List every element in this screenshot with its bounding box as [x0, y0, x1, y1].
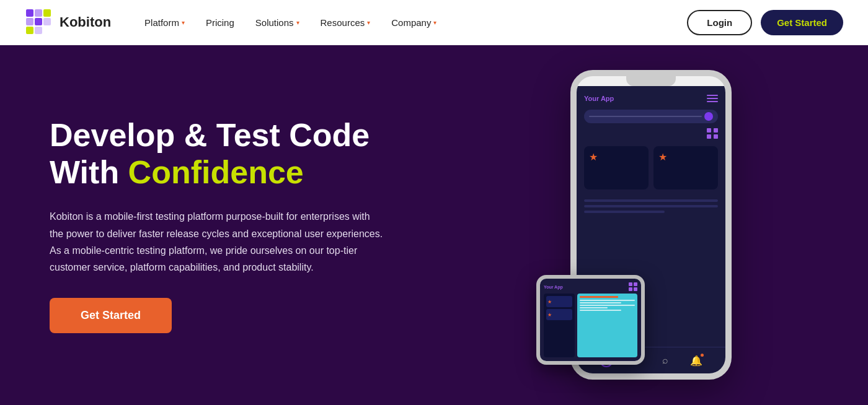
svg-rect-1	[35, 9, 42, 17]
search-line	[589, 116, 702, 117]
phone-small-screen: Your App ★ ★	[540, 279, 641, 361]
phone-small: Your App ★ ★	[536, 275, 645, 365]
phone-card-1: ★	[584, 146, 649, 189]
ps-mini-card-1: ★	[546, 296, 572, 307]
nav-company[interactable]: Company ▾	[383, 12, 445, 33]
hero-content: Develop & Test Code With Confidence Kobi…	[50, 117, 409, 333]
nav-pricing[interactable]: Pricing	[197, 12, 243, 33]
ps-white-line-5	[580, 310, 621, 311]
phone-nav-search-icon: ⌕	[662, 355, 668, 366]
menu-line-1	[707, 95, 718, 96]
ps-app-title: Your App	[544, 285, 563, 289]
star-icon-1: ★	[589, 151, 598, 163]
grid-cell-4	[714, 134, 718, 139]
phone-line-b-2	[584, 205, 718, 207]
hero-title: Develop & Test Code With Confidence	[50, 117, 409, 191]
ps-white-line-1	[580, 300, 635, 301]
phone-lines-bottom	[584, 199, 718, 213]
hero-title-line1: Develop & Test Code	[50, 117, 370, 153]
svg-rect-4	[43, 9, 51, 17]
ps-grid-3	[629, 287, 632, 291]
logo-icon	[25, 8, 53, 37]
phone-search-bar	[584, 110, 718, 123]
grid-cell-1	[707, 128, 711, 133]
ps-white-lines	[580, 300, 635, 311]
nav-platform[interactable]: Platform ▾	[136, 12, 193, 33]
navbar: Kobiton Platform ▾ Pricing Solutions ▾ R…	[0, 0, 868, 45]
ps-header: Your App	[544, 282, 637, 291]
phone-notch	[626, 75, 676, 86]
get-started-hero-button[interactable]: Get Started	[50, 298, 172, 333]
logo[interactable]: Kobiton	[25, 8, 111, 37]
grid-cell-2	[714, 128, 718, 133]
phone-row-icons	[584, 128, 718, 139]
phone-card-2: ★	[653, 146, 718, 189]
phone-card-pair: ★ ★	[584, 146, 718, 189]
phone-top-bar: Your App	[584, 95, 718, 102]
nav-solutions-label: Solutions	[255, 17, 294, 28]
svg-rect-2	[26, 18, 33, 25]
menu-line-3	[707, 101, 718, 102]
grid-icon	[707, 128, 718, 139]
phone-app-title: Your App	[584, 95, 614, 102]
get-started-nav-button[interactable]: Get Started	[761, 10, 843, 35]
svg-rect-5	[43, 18, 51, 25]
phone-line-b-3	[584, 211, 665, 213]
hero-visual: Your App	[409, 45, 818, 405]
hero-title-highlight: Confidence	[128, 154, 304, 190]
ps-content: ★ ★	[544, 294, 637, 357]
nav-solutions[interactable]: Solutions ▾	[247, 12, 308, 33]
ps-grid-icon	[629, 282, 637, 291]
search-dot	[704, 112, 713, 121]
ps-orange-bar	[580, 296, 618, 298]
login-button[interactable]: Login	[687, 10, 752, 35]
phone-nav-bell-wrapper: 🔔	[690, 355, 702, 367]
bell-notification-dot	[701, 354, 704, 357]
nav-actions: Login Get Started	[687, 10, 843, 35]
ps-mini-card-2: ★	[546, 309, 572, 320]
nav-pricing-label: Pricing	[206, 17, 234, 28]
phone-nav-bell-icon: 🔔	[690, 355, 702, 366]
ps-grid-1	[629, 282, 632, 286]
company-chevron-icon: ▾	[433, 19, 436, 26]
ps-white-line-4	[580, 307, 608, 308]
nav-platform-label: Platform	[144, 17, 179, 28]
solutions-chevron-icon: ▾	[296, 19, 299, 26]
nav-links: Platform ▾ Pricing Solutions ▾ Resources…	[136, 12, 687, 33]
ps-left-panel: ★ ★	[544, 294, 575, 357]
svg-rect-7	[35, 27, 42, 34]
ps-grid-2	[634, 282, 637, 286]
platform-chevron-icon: ▾	[182, 19, 185, 26]
ps-star-2: ★	[547, 312, 552, 318]
hero-description: Kobiton is a mobile-first testing platfo…	[50, 208, 384, 276]
ps-star-1: ★	[547, 299, 552, 305]
ps-white-line-3	[580, 305, 635, 306]
grid-cell-3	[707, 134, 711, 139]
brand-name: Kobiton	[60, 14, 111, 30]
svg-rect-0	[26, 9, 33, 17]
resources-chevron-icon: ▾	[367, 19, 370, 26]
ps-white-line-2	[580, 302, 621, 303]
star-icon-2: ★	[658, 151, 667, 163]
hero-section: Develop & Test Code With Confidence Kobi…	[0, 45, 868, 405]
nav-resources-label: Resources	[321, 17, 365, 28]
hero-title-line2-plain: With	[50, 154, 128, 190]
svg-rect-6	[26, 27, 33, 34]
menu-icon	[707, 95, 718, 102]
nav-company-label: Company	[391, 17, 431, 28]
nav-resources[interactable]: Resources ▾	[312, 12, 379, 33]
ps-right-panel	[577, 294, 637, 357]
phone-line-b-1	[584, 199, 718, 202]
ps-grid-4	[634, 287, 637, 291]
svg-rect-3	[35, 18, 42, 25]
menu-line-2	[707, 98, 718, 99]
